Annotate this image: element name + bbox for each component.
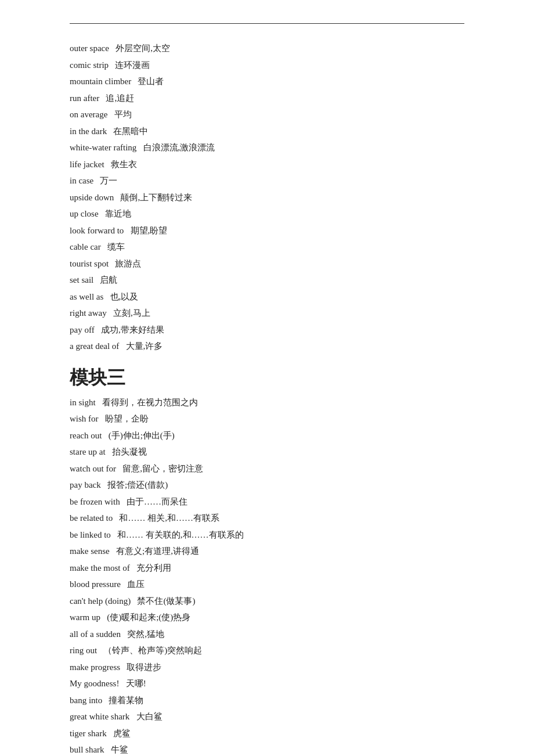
list-item: a great deal of 大量,许多 — [70, 338, 464, 355]
section2-header: 模块三 — [70, 365, 464, 391]
list-item: bull shark 牛鲨 — [70, 741, 464, 756]
list-item: run after 追,追赶 — [70, 90, 464, 107]
list-item: make progress 取得进步 — [70, 659, 464, 676]
list-item: in the dark 在黑暗中 — [70, 123, 464, 140]
list-item: in case 万一 — [70, 172, 464, 189]
list-item: blood pressure 血压 — [70, 576, 464, 593]
list-item: as well as 也,以及 — [70, 289, 464, 305]
list-item: be related to 和…… 相关,和……有联系 — [70, 510, 464, 527]
list-item: be frozen with 由于……而呆住 — [70, 494, 464, 510]
section2-list: in sight 看得到，在视力范围之内wish for 盼望，企盼reach … — [70, 394, 464, 757]
list-item: make the most of 充分利用 — [70, 560, 464, 577]
list-item: ring out （铃声、枪声等)突然响起 — [70, 642, 464, 659]
list-item: wish for 盼望，企盼 — [70, 411, 464, 427]
list-item: up close 靠近地 — [70, 206, 464, 222]
list-item: be linked to 和…… 有关联的,和……有联系的 — [70, 527, 464, 543]
list-item: comic strip 连环漫画 — [70, 57, 464, 74]
list-item: watch out for 留意,留心，密切注意 — [70, 460, 464, 477]
list-item: make sense 有意义;有道理,讲得通 — [70, 543, 464, 560]
list-item: pay off 成功,带来好结果 — [70, 322, 464, 339]
list-item: can't help (doing) 禁不住(做某事) — [70, 593, 464, 610]
list-item: all of a sudden 突然,猛地 — [70, 626, 464, 643]
list-item: outer space 外层空间,太空 — [70, 40, 464, 57]
top-divider — [70, 23, 464, 24]
list-item: pay back 报答;偿还(借款) — [70, 477, 464, 494]
list-item: cable car 缆车 — [70, 239, 464, 255]
list-item: on average 平均 — [70, 106, 464, 123]
list-item: warm up (使)暖和起来;(使)热身 — [70, 609, 464, 626]
list-item: tourist spot 旅游点 — [70, 255, 464, 272]
list-item: right away 立刻,马上 — [70, 305, 464, 322]
list-item: tiger shark 虎鲨 — [70, 725, 464, 742]
list-item: great white shark 大白鲨 — [70, 708, 464, 725]
list-item: life jacket 救生衣 — [70, 156, 464, 173]
list-item: stare up at 抬头凝视 — [70, 444, 464, 460]
list-item: bang into 撞着某物 — [70, 692, 464, 709]
list-item: reach out (手)伸出;伸出(手) — [70, 427, 464, 444]
list-item: set sail 启航 — [70, 272, 464, 289]
list-item: in sight 看得到，在视力范围之内 — [70, 394, 464, 411]
list-item: My goodness! 天哪! — [70, 675, 464, 692]
list-item: look forward to 期望,盼望 — [70, 222, 464, 239]
list-item: upside down 颠倒,上下翻转过来 — [70, 189, 464, 206]
list-item: mountain climber 登山者 — [70, 73, 464, 90]
list-item: white-water rafting 白浪漂流,激浪漂流 — [70, 139, 464, 156]
section1-list: outer space 外层空间,太空comic strip 连环漫画mount… — [70, 40, 464, 355]
